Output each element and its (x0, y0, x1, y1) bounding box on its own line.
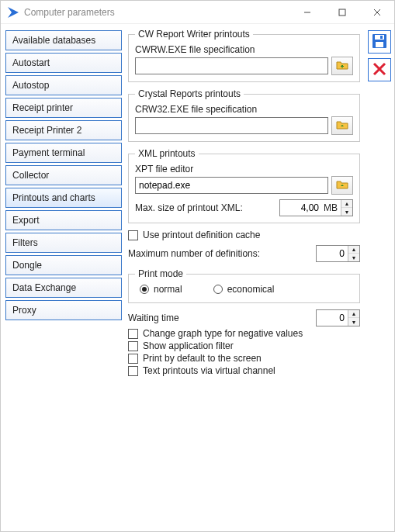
chevron-down-icon[interactable]: ▼ (341, 208, 352, 216)
crw32-browse-button[interactable] (331, 116, 353, 135)
xml-maxsize-label: Max. size of printout XML: (135, 202, 279, 213)
maxdefs-stepper[interactable]: ▲▼ (316, 245, 360, 262)
print-mode-economical-radio[interactable]: economical (213, 284, 275, 295)
chevron-up-icon[interactable]: ▲ (348, 246, 359, 254)
spinner[interactable]: ▲▼ (348, 246, 359, 261)
spinner[interactable]: ▲▼ (341, 200, 352, 216)
sidebar-item-available-databases[interactable]: Available databases (5, 30, 122, 50)
svg-rect-7 (376, 42, 383, 47)
sidebar-item-autostart[interactable]: Autostart (5, 53, 122, 73)
svg-rect-8 (380, 36, 383, 39)
group-print-mode: Print mode normal economical (128, 268, 360, 303)
save-icon (372, 33, 387, 51)
browse-folder-icon (336, 119, 348, 133)
xpt-browse-button[interactable] (331, 176, 353, 195)
checkbox-label: Use printout definition cache (143, 230, 260, 240)
titlebar: Computer parameters (1, 1, 394, 24)
group-crystal-reports: Crystal Reports printouts CRW32.EXE file… (128, 88, 360, 142)
sidebar-item-autostop[interactable]: Autostop (5, 75, 122, 95)
sidebar-item-export[interactable]: Export (5, 210, 122, 230)
cwrw-spec-input[interactable] (135, 57, 328, 74)
spinner[interactable]: ▲▼ (348, 310, 359, 326)
radio-label: normal (154, 284, 182, 295)
maxdefs-input[interactable] (317, 247, 348, 261)
main-panel: CW Report Writer printouts CWRW.EXE file… (125, 24, 363, 531)
window-title: Computer parameters (24, 7, 289, 18)
save-button[interactable] (368, 30, 391, 54)
chevron-down-icon[interactable]: ▼ (348, 318, 359, 326)
xml-maxsize-suffix: MB (322, 202, 341, 213)
browse-folder-icon (336, 59, 348, 74)
app-icon (7, 6, 19, 19)
use-printout-cache-checkbox[interactable]: Use printout definition cache (128, 230, 360, 240)
waiting-time-input[interactable] (317, 311, 348, 325)
cwrw-browse-button[interactable] (331, 57, 353, 75)
sidebar-item-receipt-printer[interactable]: Receipt printer (5, 98, 122, 118)
browse-folder-icon (336, 178, 348, 193)
radio-label: economical (227, 284, 275, 295)
checkbox-label: Change graph type for negative values (143, 328, 303, 339)
sidebar-item-payment-terminal[interactable]: Payment terminal (5, 143, 122, 163)
group-legend: Print mode (135, 268, 186, 279)
maximize-button[interactable] (324, 1, 359, 24)
crw32-spec-label: CRW32.EXE file specification (135, 104, 353, 115)
crw32-spec-input[interactable] (135, 117, 328, 134)
xml-maxsize-stepper[interactable]: MB ▲▼ (279, 199, 353, 216)
sidebar-item-label: Filters (12, 237, 38, 248)
sidebar-item-filters[interactable]: Filters (5, 233, 122, 253)
sidebar-item-receipt-printer-2[interactable]: Receipt Printer 2 (5, 120, 122, 140)
waiting-time-stepper[interactable]: ▲▼ (316, 309, 360, 326)
maxdefs-label: Maximum number of definitions: (128, 248, 316, 259)
checkbox-label: Print by default to the screen (143, 353, 262, 364)
sidebar-item-printouts-and-charts[interactable]: Printouts and charts (5, 188, 122, 208)
close-button[interactable] (359, 1, 394, 24)
sidebar-item-label: Proxy (12, 305, 36, 316)
svg-rect-6 (375, 35, 384, 40)
checkbox-label: Text printouts via virtual channel (143, 365, 275, 376)
group-legend: Crystal Reports printouts (135, 88, 244, 99)
minimize-button[interactable] (289, 1, 324, 24)
chevron-up-icon[interactable]: ▲ (348, 310, 359, 318)
virtual-channel-checkbox[interactable]: Text printouts via virtual channel (128, 365, 360, 376)
sidebar-item-data-exchange[interactable]: Data Exchange (5, 278, 122, 298)
print-screen-checkbox[interactable]: Print by default to the screen (128, 353, 360, 364)
sidebar-item-label: Collector (12, 170, 49, 181)
waiting-time-label: Waiting time (128, 313, 316, 323)
checkbox-icon (128, 354, 138, 364)
sidebar-item-label: Dongle (12, 260, 42, 271)
group-cw-report-writer: CW Report Writer printouts CWRW.EXE file… (128, 29, 360, 82)
sidebar-item-label: Autostart (12, 57, 50, 68)
xml-maxsize-input[interactable] (280, 201, 322, 215)
sidebar-item-collector[interactable]: Collector (5, 165, 122, 185)
neg-graph-checkbox[interactable]: Change graph type for negative values (128, 328, 360, 339)
xpt-editor-label: XPT file editor (135, 164, 353, 174)
checkbox-icon (128, 230, 138, 240)
sidebar-item-label: Receipt printer (12, 102, 73, 113)
right-toolbar (363, 24, 394, 531)
sidebar-item-proxy[interactable]: Proxy (5, 300, 122, 320)
app-filter-checkbox[interactable]: Show application filter (128, 340, 360, 351)
close-icon (372, 62, 386, 78)
group-legend: CW Report Writer printouts (135, 29, 253, 40)
xpt-editor-input[interactable] (135, 177, 328, 194)
print-mode-normal-radio[interactable]: normal (140, 284, 182, 295)
chevron-up-icon[interactable]: ▲ (341, 200, 352, 208)
checkbox-icon (128, 329, 138, 339)
sidebar-item-label: Printouts and charts (12, 192, 95, 203)
svg-rect-2 (339, 9, 345, 16)
checkbox-icon (128, 341, 138, 351)
radio-icon (140, 285, 149, 294)
sidebar: Available databases Autostart Autostop R… (1, 24, 125, 531)
chevron-down-icon[interactable]: ▼ (348, 254, 359, 261)
sidebar-item-label: Available databases (12, 35, 95, 46)
group-xml-printouts: XML printouts XPT file editor Max. size … (128, 148, 360, 223)
sidebar-item-dongle[interactable]: Dongle (5, 255, 122, 275)
sidebar-item-label: Export (12, 215, 40, 226)
svg-marker-0 (8, 7, 19, 18)
checkbox-icon (128, 366, 138, 376)
cancel-button[interactable] (368, 58, 391, 81)
sidebar-item-label: Receipt Printer 2 (12, 125, 81, 136)
sidebar-item-label: Autostop (12, 80, 49, 91)
sidebar-item-label: Data Exchange (12, 282, 76, 293)
group-legend: XML printouts (135, 148, 199, 159)
